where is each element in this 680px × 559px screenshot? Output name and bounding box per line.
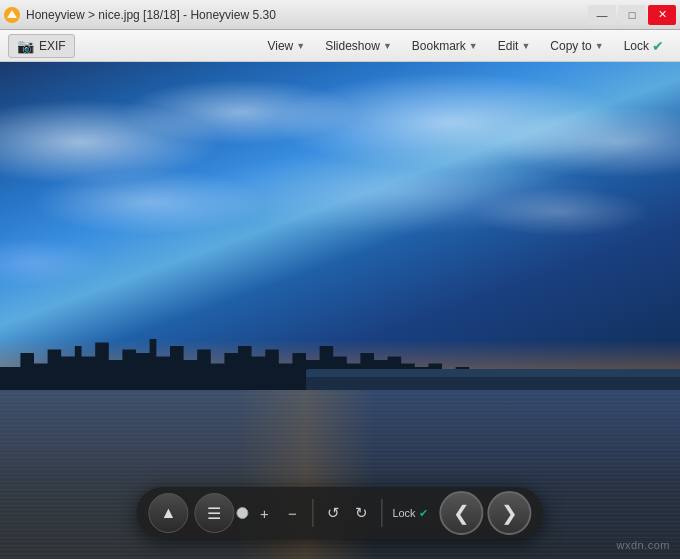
lock-check-icon: ✔: [419, 507, 428, 520]
copy-to-menu[interactable]: Copy to ▼: [542, 35, 611, 57]
slideshow-menu[interactable]: Slideshow ▼: [317, 35, 400, 57]
slideshow-arrow: ▼: [383, 41, 392, 51]
rotate-left-icon: ↺: [327, 504, 340, 522]
lock-text: Lock: [392, 507, 415, 519]
minimize-button[interactable]: —: [588, 5, 616, 25]
bookmark-arrow: ▼: [469, 41, 478, 51]
slider-thumb[interactable]: [236, 507, 248, 519]
edit-arrow: ▼: [521, 41, 530, 51]
image-area[interactable]: ▲ ☰ + − ↺ ↻ Lock ✔ ❮: [0, 62, 680, 559]
rotate-right-icon: ↻: [355, 504, 368, 522]
prev-icon: ❮: [453, 501, 470, 525]
exif-button[interactable]: 📷 EXIF: [8, 34, 75, 58]
view-arrow: ▼: [296, 41, 305, 51]
svg-marker-0: [7, 10, 17, 18]
watermark-text: wxdn.com: [616, 539, 670, 551]
edit-menu[interactable]: Edit ▼: [490, 35, 539, 57]
prev-button[interactable]: ❮: [440, 491, 484, 535]
maximize-button[interactable]: □: [618, 5, 646, 25]
title-bar: Honeyview > nice.jpg [18/18] - Honeyview…: [0, 0, 680, 30]
lock-label: Lock: [624, 39, 649, 53]
next-icon: ❯: [501, 501, 518, 525]
copy-to-label: Copy to: [550, 39, 591, 53]
zoom-out-button[interactable]: −: [278, 499, 306, 527]
control-bar: ▲ ☰ + − ↺ ↻ Lock ✔ ❮: [136, 487, 543, 539]
bookmark-menu[interactable]: Bookmark ▼: [404, 35, 486, 57]
eject-button[interactable]: ▲: [148, 493, 188, 533]
zoom-in-icon: +: [260, 505, 269, 522]
next-button[interactable]: ❯: [488, 491, 532, 535]
title-bar-left: Honeyview > nice.jpg [18/18] - Honeyview…: [4, 7, 276, 23]
edit-label: Edit: [498, 39, 519, 53]
separator-1: [312, 499, 313, 527]
close-button[interactable]: ✕: [648, 5, 676, 25]
rotate-right-button[interactable]: ↻: [347, 499, 375, 527]
view-label: View: [267, 39, 293, 53]
slideshow-label: Slideshow: [325, 39, 380, 53]
copy-to-arrow: ▼: [595, 41, 604, 51]
camera-icon: 📷: [17, 38, 34, 54]
menu-icon: ☰: [207, 504, 221, 523]
window-controls[interactable]: — □ ✕: [588, 5, 676, 25]
bookmark-label: Bookmark: [412, 39, 466, 53]
view-menu[interactable]: View ▼: [259, 35, 313, 57]
zoom-in-button[interactable]: +: [250, 499, 278, 527]
separator-2: [381, 499, 382, 527]
menu-button[interactable]: ☰: [194, 493, 234, 533]
menu-bar: 📷 EXIF View ▼ Slideshow ▼ Bookmark ▼ Edi…: [0, 30, 680, 62]
lock-indicator: Lock ✔: [388, 507, 431, 520]
app-icon: [4, 7, 20, 23]
lock-check-icon: ✔: [652, 38, 664, 54]
window-title: Honeyview > nice.jpg [18/18] - Honeyview…: [26, 8, 276, 22]
rotate-left-button[interactable]: ↺: [319, 499, 347, 527]
watermark: wxdn.com: [616, 539, 670, 551]
zoom-out-icon: −: [288, 505, 297, 522]
eject-icon: ▲: [160, 504, 176, 522]
exif-label: EXIF: [39, 39, 66, 53]
lock-menu[interactable]: Lock ✔: [616, 34, 672, 58]
